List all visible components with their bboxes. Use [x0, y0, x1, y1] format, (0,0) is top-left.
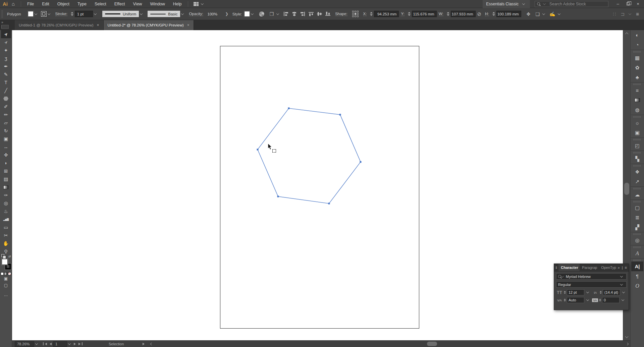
- kerning-stepper[interactable]: [564, 299, 566, 301]
- paintbrush-tool[interactable]: ✐: [1, 103, 11, 111]
- scroll-up-icon[interactable]: [625, 33, 629, 36]
- panel-cycle-icon[interactable]: ⊐: [621, 11, 625, 17]
- edit-toolbar-button[interactable]: …: [1, 291, 11, 298]
- panel-icon-paragraph[interactable]: ¶: [631, 271, 643, 281]
- chevron-down-icon[interactable]: [94, 12, 97, 15]
- anchor-point-handle[interactable]: [328, 203, 330, 205]
- shape-tool[interactable]: [1, 95, 11, 103]
- search-input[interactable]: Search Adobe Stock: [535, 1, 608, 7]
- close-icon[interactable]: ×: [187, 23, 190, 27]
- horizontal-scroll-thumb[interactable]: [427, 342, 437, 346]
- chevron-down-icon[interactable]: [140, 12, 143, 15]
- reference-point-grid-icon[interactable]: [352, 11, 359, 17]
- color-button[interactable]: [1, 272, 4, 275]
- panel-grip[interactable]: [633, 83, 641, 85]
- menu-object[interactable]: Object: [53, 0, 73, 8]
- align-right-icon[interactable]: [300, 12, 305, 16]
- mesh-tool[interactable]: ▤: [1, 175, 11, 183]
- panel-icon-swatches[interactable]: ▦: [631, 53, 643, 63]
- fill-chip[interactable]: [2, 259, 8, 265]
- panel-icon-brushes[interactable]: ✿: [631, 63, 643, 72]
- chevron-down-icon[interactable]: [276, 12, 279, 15]
- h-stepper[interactable]: [492, 12, 495, 16]
- anchor-point-handle[interactable]: [277, 196, 279, 197]
- perspective-grid-tool[interactable]: ⊞: [1, 167, 11, 175]
- chevron-down-icon[interactable]: [35, 342, 38, 345]
- link-dimensions-icon[interactable]: ⊘: [477, 11, 482, 17]
- menu-effect[interactable]: Effect: [110, 0, 129, 8]
- panel-menu-icon[interactable]: ≡: [625, 266, 627, 270]
- panel-icon-opentype[interactable]: O: [631, 281, 643, 291]
- chevron-down-icon[interactable]: [622, 298, 624, 301]
- menu-type[interactable]: Type: [73, 0, 91, 8]
- menu-view[interactable]: View: [129, 0, 146, 8]
- panel-icon-align[interactable]: ≣: [631, 213, 643, 222]
- width-tool[interactable]: ↔: [1, 143, 11, 151]
- workspace-switcher[interactable]: Essentials Classic: [483, 0, 530, 8]
- free-transform-tool[interactable]: ✜: [1, 151, 11, 159]
- menu-edit[interactable]: Edit: [38, 0, 53, 8]
- last-artboard-button[interactable]: [77, 342, 83, 345]
- arrange-documents-icon[interactable]: [194, 2, 199, 6]
- tab-opentype[interactable]: OpenTyp: [599, 264, 618, 271]
- panel-icon-pathfinder-shapes[interactable]: ▞: [631, 222, 643, 232]
- chevron-down-icon[interactable]: [620, 275, 623, 277]
- stroke-weight-value[interactable]: 1 pt: [75, 11, 93, 17]
- symbol-sprayer-tool[interactable]: ♨: [1, 207, 11, 215]
- tracking-value[interactable]: 0: [602, 297, 620, 303]
- go-arrow-icon[interactable]: ❯: [225, 12, 228, 16]
- chevron-down-icon[interactable]: [181, 12, 184, 15]
- scale-tool[interactable]: ▣: [1, 135, 11, 143]
- chevron-down-icon[interactable]: [47, 12, 50, 15]
- x-stepper[interactable]: [370, 12, 373, 16]
- magic-wand-tool[interactable]: ✦: [1, 46, 11, 54]
- panel-grip[interactable]: [633, 165, 641, 167]
- scale-corners-icon[interactable]: ✥: [527, 11, 531, 17]
- chevron-down-icon[interactable]: [201, 2, 203, 5]
- hexagon-path[interactable]: [258, 108, 361, 204]
- expand-panel-icon[interactable]: »: [1, 21, 3, 24]
- gradient-tool[interactable]: [1, 183, 11, 191]
- selection-tool[interactable]: ➤: [1, 30, 11, 38]
- document-tab-untitled-2[interactable]: Untitled-2* @ 78.26% (CMYK/GPU Preview) …: [104, 20, 194, 30]
- anchor-point-handle[interactable]: [339, 114, 341, 116]
- align-bottom-icon[interactable]: [325, 12, 330, 16]
- panel-grip[interactable]: [633, 139, 641, 140]
- hand-tool[interactable]: ✋: [1, 239, 11, 247]
- chevron-down-icon[interactable]: [542, 12, 545, 15]
- font-family-field[interactable]: Myriad Hebrew: [556, 273, 627, 280]
- fill-stroke-widget[interactable]: ⇄: [2, 259, 10, 268]
- panel-grip[interactable]: [1, 10, 3, 18]
- panel-grip[interactable]: [633, 116, 641, 118]
- panel-grip[interactable]: [633, 188, 641, 189]
- y-label[interactable]: Y:: [401, 12, 404, 16]
- direct-selection-tool[interactable]: ➢: [1, 38, 11, 46]
- align-v-center-icon[interactable]: [317, 12, 322, 16]
- panel-icon-color[interactable]: ◐: [631, 30, 643, 40]
- align-left-icon[interactable]: [283, 12, 288, 16]
- curvature-tool[interactable]: ✎: [1, 70, 11, 78]
- menu-select[interactable]: Select: [91, 0, 110, 8]
- w-label[interactable]: W:: [439, 12, 443, 16]
- anchor-point-handle[interactable]: [360, 161, 362, 163]
- hexagon-anchor-handles[interactable]: [257, 108, 362, 205]
- panel-icon-transparency[interactable]: ◍: [631, 105, 643, 115]
- isolate-selected-icon[interactable]: ✍: [549, 11, 555, 17]
- tracking-stepper[interactable]: [599, 299, 601, 301]
- minimize-button[interactable]: –: [613, 1, 623, 7]
- tab-overflow-icon[interactable]: »: [618, 266, 620, 270]
- panel-grip[interactable]: [633, 51, 641, 53]
- y-value[interactable]: 115.676 mm: [412, 11, 437, 17]
- scroll-left-icon[interactable]: [150, 342, 153, 345]
- style-swatch[interactable]: [244, 11, 250, 17]
- screen-mode-button[interactable]: ▢: [1, 282, 11, 289]
- font-size-value[interactable]: 12 pt: [567, 289, 584, 295]
- scroll-down-icon[interactable]: [625, 335, 629, 338]
- menu-help[interactable]: Help: [169, 0, 186, 8]
- chevron-down-icon[interactable]: [586, 290, 589, 293]
- zoom-level-field[interactable]: 78.26%: [15, 341, 34, 347]
- panel-icon-artboards[interactable]: ↗: [631, 177, 643, 186]
- x-label[interactable]: X:: [363, 12, 367, 16]
- h-value[interactable]: 100.189 mm: [496, 11, 521, 17]
- document-tab-untitled-1[interactable]: Untitled-1 @ 78.26% (CMYK/GPU Preview) ×: [15, 20, 104, 30]
